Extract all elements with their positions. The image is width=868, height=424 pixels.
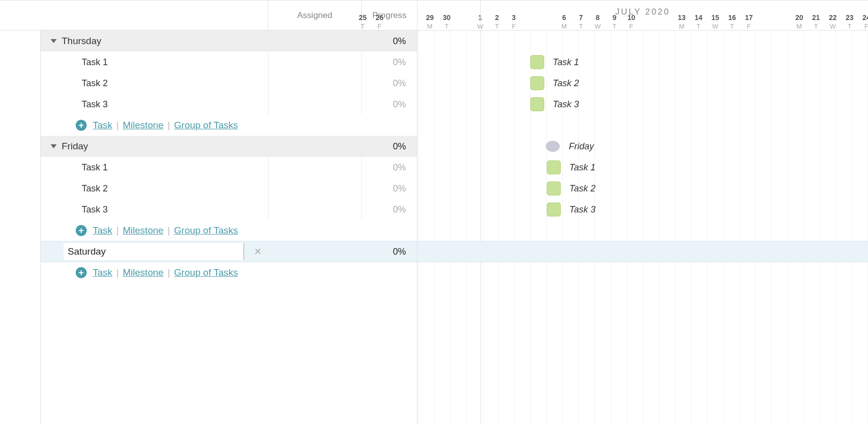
day-header: 13M xyxy=(674,14,691,30)
add-group-link[interactable]: Group of Tasks xyxy=(174,225,238,236)
day-header: 30T xyxy=(439,14,456,30)
add-row: + Task | Milestone | Group of Tasks xyxy=(41,220,417,241)
task-name: Task 3 xyxy=(82,99,108,110)
day-header xyxy=(388,14,405,30)
task-progress: 0% xyxy=(362,162,417,173)
task-row[interactable]: Task 2 0% xyxy=(41,178,417,199)
add-task-link[interactable]: Task xyxy=(93,225,112,236)
task-row[interactable]: Task 3 0% xyxy=(41,94,417,115)
add-milestone-link[interactable]: Milestone xyxy=(123,120,163,131)
task-row[interactable]: Task 2 0% xyxy=(41,73,417,94)
task-name: Task 1 xyxy=(82,57,108,68)
day-header xyxy=(539,14,556,30)
task-bar[interactable]: Task 3 xyxy=(530,97,544,111)
add-milestone-link[interactable]: Milestone xyxy=(123,267,163,278)
bar-label: Task 1 xyxy=(553,57,579,68)
task-progress: 0% xyxy=(362,78,417,89)
day-header: 14T xyxy=(690,14,707,30)
clear-input-icon[interactable]: ✕ xyxy=(254,246,262,257)
task-name: Task 2 xyxy=(82,78,108,89)
task-progress: 0% xyxy=(362,57,417,68)
day-header xyxy=(405,14,422,30)
group-row-thursday[interactable]: Thursday 0% xyxy=(41,31,417,52)
add-row: + Task | Milestone | Group of Tasks xyxy=(41,262,417,283)
add-group-link[interactable]: Group of Tasks xyxy=(174,267,238,278)
task-bar[interactable]: Task 2 xyxy=(547,181,561,195)
day-header: 29M xyxy=(421,14,439,30)
day-header xyxy=(774,14,791,30)
bar-label: Task 3 xyxy=(553,99,579,110)
task-bar[interactable]: Task 1 xyxy=(530,55,544,69)
plus-circle-icon[interactable]: + xyxy=(76,225,87,236)
task-progress: 0% xyxy=(362,204,417,215)
day-header: 24F xyxy=(858,14,868,30)
day-header: 22W xyxy=(824,14,841,30)
day-header xyxy=(640,14,657,30)
add-row: + Task | Milestone | Group of Tasks xyxy=(41,115,417,136)
task-list-panel: Assigned Progress Thursday 0% Task 1 0% … xyxy=(0,1,417,424)
day-header: 21T xyxy=(808,14,825,30)
bar-label: Task 3 xyxy=(569,204,595,215)
add-task-link[interactable]: Task xyxy=(93,267,112,278)
bar-label: Task 2 xyxy=(569,183,595,194)
day-header: 20M xyxy=(791,14,808,30)
bar-label: Task 1 xyxy=(569,162,595,173)
group-progress: 0% xyxy=(362,141,417,152)
group-progress: 0% xyxy=(362,36,417,47)
day-header xyxy=(455,14,472,30)
day-header xyxy=(757,14,774,30)
day-header: 9T xyxy=(606,14,623,30)
add-milestone-link[interactable]: Milestone xyxy=(123,225,163,236)
day-header: 7T xyxy=(573,14,590,30)
caret-down-icon[interactable] xyxy=(51,144,57,148)
group-row-friday[interactable]: Friday 0% xyxy=(41,136,417,157)
group-row-editing[interactable]: ✕ 0% xyxy=(41,241,417,262)
add-task-link[interactable]: Task xyxy=(93,120,112,131)
day-header: 17F xyxy=(741,14,758,30)
bar-label: Task 2 xyxy=(553,78,579,89)
task-bar[interactable]: Task 2 xyxy=(530,76,544,90)
add-group-link[interactable]: Group of Tasks xyxy=(174,120,238,131)
day-header: 3F xyxy=(506,14,523,30)
day-header: 15W xyxy=(707,14,724,30)
group-progress: 0% xyxy=(362,247,417,257)
caret-down-icon[interactable] xyxy=(51,39,57,43)
day-header: 25T xyxy=(354,14,371,30)
group-label: Thursday xyxy=(62,36,101,47)
day-header: 8W xyxy=(589,14,606,30)
task-row[interactable]: Task 3 0% xyxy=(41,199,417,220)
day-header xyxy=(522,14,539,30)
task-name: Task 3 xyxy=(82,204,108,215)
milestone-label: Friday xyxy=(569,141,594,152)
task-name: Task 1 xyxy=(82,162,108,173)
group-label: Friday xyxy=(62,141,88,152)
task-bar[interactable]: Task 3 xyxy=(547,202,561,217)
gantt-body[interactable]: Task 1 Task 2 Task 3 Frida xyxy=(417,31,868,424)
plus-circle-icon[interactable]: + xyxy=(76,120,87,131)
day-header xyxy=(657,14,674,30)
task-progress: 0% xyxy=(362,183,417,194)
day-header: 26F xyxy=(371,14,388,30)
gantt-header: JULY 2020 25T26F29M30T1W2T3F6M7T8W9T10F1… xyxy=(417,1,868,31)
day-header: 23T xyxy=(841,14,858,30)
day-header: 2T xyxy=(489,14,506,30)
gantt-panel: JULY 2020 25T26F29M30T1W2T3F6M7T8W9T10F1… xyxy=(417,1,868,424)
assigned-column-header[interactable]: Assigned xyxy=(268,1,362,30)
milestone-marker[interactable]: Friday xyxy=(546,141,560,152)
plus-circle-icon[interactable]: + xyxy=(76,267,87,278)
task-row[interactable]: Task 1 0% xyxy=(41,157,417,178)
task-progress: 0% xyxy=(362,99,417,110)
day-header: 10F xyxy=(623,14,640,30)
group-name-input[interactable] xyxy=(64,243,244,260)
task-name: Task 2 xyxy=(82,183,108,194)
task-list-body: Thursday 0% Task 1 0% Task 2 0% Task 3 0… xyxy=(40,31,417,424)
task-bar[interactable]: Task 1 xyxy=(547,160,561,174)
task-row[interactable]: Task 1 0% xyxy=(41,52,417,73)
day-header: 16T xyxy=(724,14,741,30)
day-header: 6M xyxy=(556,14,573,30)
